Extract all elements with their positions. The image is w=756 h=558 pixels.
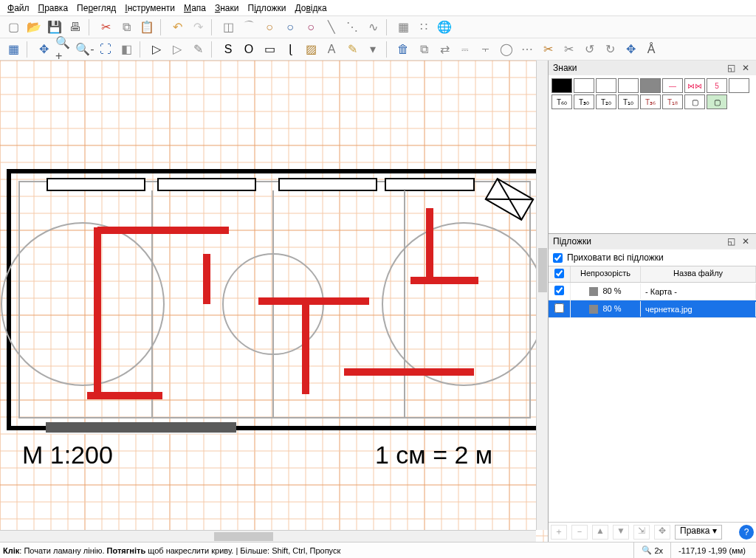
s-curve-icon[interactable]: S (219, 40, 238, 59)
curve-tool-icon[interactable]: ∿ (363, 18, 382, 37)
col-opacity-header[interactable]: Непрозорість (571, 266, 641, 282)
panel-undock-icon[interactable]: ◱ (725, 62, 737, 74)
line-tool-icon[interactable]: ╲ (322, 18, 341, 37)
pen-icon[interactable]: ✎ (188, 40, 207, 59)
sym-t10[interactable]: T₁₀ (618, 94, 639, 109)
pointer-icon[interactable]: ▷ (147, 40, 166, 59)
sym-t30[interactable]: T₃₀ (574, 94, 594, 109)
scrollbar-vertical[interactable] (536, 61, 548, 530)
sym-chain[interactable]: ⋈⋈ (684, 78, 705, 93)
center-icon[interactable]: ✥ (621, 40, 640, 59)
zoom-out-icon[interactable]: 🔍- (75, 40, 94, 59)
symbols-panel-header[interactable]: Знаки ◱ ✕ (549, 61, 756, 75)
dots-icon[interactable]: ∷ (414, 18, 433, 37)
fit-icon[interactable]: ⛶ (96, 40, 115, 59)
ellipse-icon[interactable]: O (239, 40, 258, 59)
move-down-icon[interactable]: ▼ (613, 525, 629, 540)
cut2-icon[interactable]: ✂ (538, 40, 557, 59)
circle2-icon[interactable]: ○ (281, 18, 300, 37)
rect-icon[interactable]: ▭ (260, 40, 279, 59)
panel-close-icon[interactable]: ✕ (740, 235, 752, 247)
sym-white3[interactable] (618, 78, 639, 93)
compass-icon[interactable]: Å (642, 40, 661, 59)
menu-item[interactable]: Інструменти (120, 1, 179, 15)
remove-template-icon[interactable]: － (571, 525, 588, 540)
row-checkbox[interactable] (554, 286, 564, 295)
sym-white1[interactable] (574, 78, 594, 93)
sym-white2[interactable] (596, 78, 616, 93)
layers-icon[interactable]: ◧ (117, 40, 136, 59)
cut-icon[interactable]: ✂ (96, 18, 115, 37)
zoom-indicator[interactable]: 🔍 2x (633, 542, 670, 558)
freehand-icon[interactable]: ɭ (281, 40, 300, 59)
align-icon[interactable]: ⎓ (456, 40, 475, 59)
cut3-icon[interactable]: ✂ (559, 40, 578, 59)
hide-all-label[interactable]: Приховати всі підложки (567, 252, 664, 263)
dropdown-icon[interactable]: ▾ (363, 40, 382, 59)
panel-undock-icon[interactable]: ◱ (725, 235, 737, 247)
templates-panel-header[interactable]: Підложки ◱ ✕ (549, 234, 756, 249)
fill-icon[interactable]: ▨ (301, 40, 320, 59)
menu-item[interactable]: Перегляд (72, 1, 120, 15)
rotate-cw-icon[interactable]: ↻ (600, 40, 619, 59)
col-filename-header[interactable]: Назва файлу (641, 266, 756, 282)
save-icon[interactable]: 💾 (45, 18, 64, 37)
sym-t18[interactable]: T₁₈ (662, 94, 683, 109)
sym-pink-line[interactable]: — (662, 78, 683, 93)
drawing-canvas[interactable]: М 1:200 1 см = 2 м (0, 61, 548, 542)
move-up-icon[interactable]: ▲ (592, 525, 608, 540)
menu-item[interactable]: Довідка (290, 1, 331, 15)
panel-close-icon[interactable]: ✕ (740, 62, 752, 74)
circle1-icon[interactable]: ○ (260, 18, 279, 37)
dot-line-icon[interactable]: ⋱ (343, 18, 362, 37)
print-icon[interactable]: 🖶 (66, 18, 85, 37)
sym-t36[interactable]: T₃₆ (640, 94, 661, 109)
add-template-icon[interactable]: ＋ (551, 525, 567, 540)
rotate-ccw-icon[interactable]: ↺ (580, 40, 599, 59)
edit-template-button[interactable]: Правка ▾ (675, 525, 722, 540)
grid-toggle-icon[interactable]: ▦ (4, 40, 23, 59)
undo-icon[interactable]: ↶ (168, 18, 187, 37)
menu-item[interactable]: Підложки (244, 1, 291, 15)
circle3-icon[interactable]: ○ (301, 18, 320, 37)
sym-box2[interactable]: ▢ (707, 94, 727, 109)
scrollbar-horizontal[interactable] (0, 530, 536, 542)
menu-item[interactable]: Знаки (210, 1, 244, 15)
table-row[interactable]: 80 %- Карта - (549, 283, 756, 300)
paste-icon[interactable]: 📋 (137, 18, 157, 37)
link-icon[interactable]: ⇲ (633, 525, 650, 540)
sym-five[interactable]: 5 (707, 78, 727, 93)
sym-t20[interactable]: T₂₀ (596, 94, 616, 109)
copy-icon[interactable]: ⧉ (117, 18, 136, 37)
grid-snap-icon[interactable]: ▦ (394, 18, 413, 37)
menu-item[interactable]: Правка (34, 1, 73, 15)
sym-box1[interactable]: ▢ (684, 94, 705, 109)
duplicate-icon[interactable]: ⧉ (414, 40, 433, 59)
new-file-icon[interactable]: ▢ (4, 18, 23, 37)
menu-item[interactable]: Файл (3, 1, 34, 15)
sym-t60[interactable]: T₆₀ (551, 94, 572, 109)
zoom-in-icon[interactable]: 🔍+ (55, 40, 74, 59)
select-icon[interactable]: ◫ (219, 18, 238, 37)
node-edit-icon[interactable]: ▷ (168, 40, 187, 59)
dots2-icon[interactable]: ⋯ (518, 40, 537, 59)
ring-icon[interactable]: ◯ (497, 40, 516, 59)
menu-item[interactable]: Мапа (179, 1, 210, 15)
pencil-icon[interactable]: ✎ (343, 40, 362, 59)
hide-all-checkbox[interactable] (553, 253, 563, 263)
open-file-icon[interactable]: 📂 (24, 18, 44, 37)
header-checkbox[interactable] (554, 269, 564, 278)
sym-grey[interactable] (640, 78, 661, 93)
sym-blank[interactable] (729, 78, 749, 93)
table-row[interactable]: 80 %чернетка.jpg (549, 300, 756, 318)
move-icon[interactable]: ✥ (34, 40, 53, 59)
lasso-icon[interactable]: ⌒ (239, 18, 258, 37)
row-checkbox[interactable] (554, 303, 564, 313)
redo-icon[interactable]: ↷ (188, 18, 207, 37)
globe-icon[interactable]: 🌐 (435, 18, 454, 37)
join-icon[interactable]: ⫟ (476, 40, 495, 59)
text-icon[interactable]: A (322, 40, 341, 59)
align-template-icon[interactable]: ✥ (654, 525, 670, 540)
trash-icon[interactable]: 🗑 (394, 40, 413, 59)
sym-black[interactable] (551, 78, 572, 93)
